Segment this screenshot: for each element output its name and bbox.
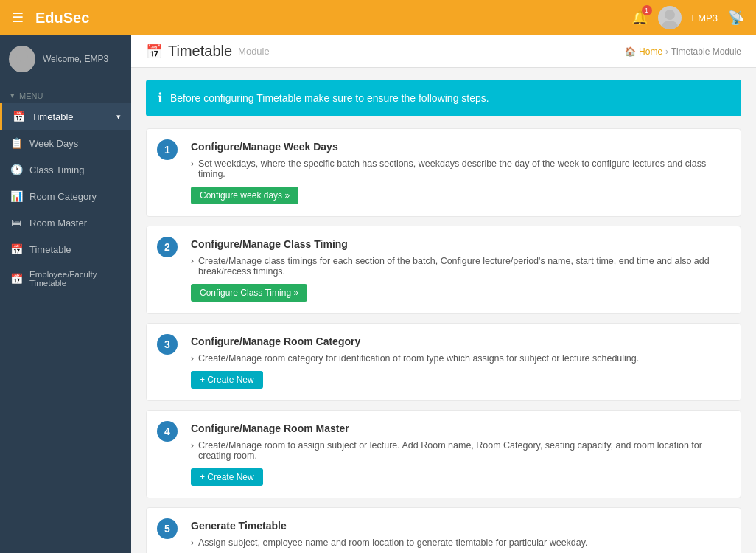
week-days-icon: 📋: [10, 137, 22, 149]
step-5-desc: › Assign subject, employee name and room…: [191, 538, 729, 548]
sidebar-item-class-timing[interactable]: 🕐 Class Timing: [0, 156, 131, 183]
step-5-card: 5 Generate Timetable › Assign subject, e…: [146, 507, 741, 553]
sidebar-item-label: Room Category: [29, 191, 97, 202]
step-3-number: 3: [157, 334, 178, 355]
menu-toggle-icon[interactable]: ☰: [12, 10, 24, 26]
sidebar-item-label: Employee/Faculty Timetable: [29, 270, 121, 288]
breadcrumb: 🏠 Home › Timetable Module: [625, 46, 741, 57]
sidebar-menu-label[interactable]: ▾ Menu: [0, 83, 131, 103]
sidebar-item-employee-faculty[interactable]: 📅 Employee/Faculty Timetable: [0, 262, 131, 295]
sidebar-item-room-category[interactable]: 📊 Room Category: [0, 183, 131, 209]
step-1-number: 1: [157, 139, 178, 160]
svg-point-1: [662, 21, 678, 29]
home-icon: 🏠: [625, 46, 636, 57]
step-2-card: 2 Configure/Manage Class Timing › Create…: [146, 226, 741, 314]
content-area: ℹ Before configuring Timetable make sure…: [131, 68, 756, 553]
arrow-icon: ›: [191, 353, 194, 364]
employee-faculty-icon: 📅: [10, 273, 22, 285]
bell-icon[interactable]: 🔔 1: [631, 10, 648, 26]
configure-class-timing-button[interactable]: Configure Class Timing »: [191, 284, 307, 302]
wifi-icon: 📡: [728, 10, 744, 26]
arrow-icon: ›: [191, 538, 194, 548]
step-4-card: 4 Configure/Manage Room Master › Create/…: [146, 410, 741, 498]
page-module-label: Module: [238, 46, 270, 57]
sidebar-avatar: [9, 46, 35, 72]
step-1-title: Configure/Manage Week Days: [191, 141, 729, 153]
step-4-title: Configure/Manage Room Master: [191, 422, 729, 434]
alert-message: Before configuring Timetable make sure t…: [170, 92, 489, 104]
step-2-number: 2: [157, 237, 178, 257]
room-master-icon: 🛏: [10, 217, 22, 229]
configure-week-days-button[interactable]: Configure week days »: [191, 187, 298, 204]
page-header: 📅 Timetable Module 🏠 Home › Timetable Mo…: [131, 35, 756, 68]
svg-point-3: [13, 61, 32, 72]
sidebar-item-label: Timetable: [29, 244, 71, 255]
sidebar: Welcome, EMP3 ▾ Menu 📅 Timetable ▾ 📋 Wee…: [0, 35, 131, 553]
sidebar-item-timetable[interactable]: 📅 Timetable ▾: [0, 103, 131, 130]
main-content: 📅 Timetable Module 🏠 Home › Timetable Mo…: [131, 35, 756, 553]
sidebar-item-room-master[interactable]: 🛏 Room Master: [0, 209, 131, 236]
arrow-icon: ›: [191, 440, 194, 451]
notification-badge: 1: [642, 5, 652, 15]
breadcrumb-separator: ›: [665, 46, 668, 57]
sidebar-item-label: Class Timing: [29, 164, 84, 175]
step-3-card: 3 Configure/Manage Room Category › Creat…: [146, 323, 741, 401]
sidebar-item-label: Room Master: [29, 218, 87, 229]
step-1-desc: › Set weekdays, where the specific batch…: [191, 159, 729, 179]
create-room-category-button[interactable]: + Create New: [191, 371, 263, 389]
topbar: ☰ EduSec 🔔 1 EMP3 📡: [0, 0, 756, 35]
step-1-card: 1 Configure/Manage Week Days › Set weekd…: [146, 128, 741, 217]
sidebar-item-timetable2[interactable]: 📅 Timetable: [0, 236, 131, 262]
step-4-number: 4: [157, 421, 178, 442]
step-2-title: Configure/Manage Class Timing: [191, 238, 729, 250]
breadcrumb-current: Timetable Module: [671, 46, 741, 57]
sidebar-item-label: Week Days: [29, 138, 78, 149]
svg-point-2: [16, 49, 28, 61]
step-3-title: Configure/Manage Room Category: [191, 335, 729, 347]
room-category-icon: 📊: [10, 190, 22, 202]
svg-point-0: [665, 10, 675, 20]
breadcrumb-home[interactable]: Home: [639, 46, 662, 57]
page-title: Timetable: [168, 43, 232, 60]
topbar-username: EMP3: [692, 13, 718, 24]
step-2-desc: › Create/Manage class timings for each s…: [191, 256, 729, 276]
sidebar-item-label: Timetable: [32, 111, 74, 122]
avatar[interactable]: [658, 6, 682, 29]
step-5-title: Generate Timetable: [191, 520, 729, 532]
page-title-icon: 📅: [146, 44, 162, 60]
sidebar-welcome: Welcome, EMP3: [43, 54, 108, 64]
step-5-number: 5: [157, 518, 178, 539]
sidebar-item-week-days[interactable]: 📋 Week Days: [0, 130, 131, 156]
create-room-master-button[interactable]: + Create New: [191, 468, 263, 486]
timetable-icon: 📅: [13, 111, 24, 122]
arrow-icon: ›: [191, 256, 194, 266]
arrow-icon: ›: [191, 159, 194, 169]
class-timing-icon: 🕐: [10, 164, 22, 175]
brand-logo: EduSec: [35, 10, 89, 27]
sidebar-user-area: Welcome, EMP3: [0, 35, 131, 83]
step-4-desc: › Create/Manage room to assign subject o…: [191, 440, 729, 461]
timetable2-icon: 📅: [10, 243, 22, 255]
chevron-down-icon: ▾: [116, 112, 121, 122]
info-icon: ℹ: [158, 90, 163, 106]
alert-banner: ℹ Before configuring Timetable make sure…: [146, 80, 741, 116]
step-3-desc: › Create/Manage room category for identi…: [191, 353, 729, 364]
